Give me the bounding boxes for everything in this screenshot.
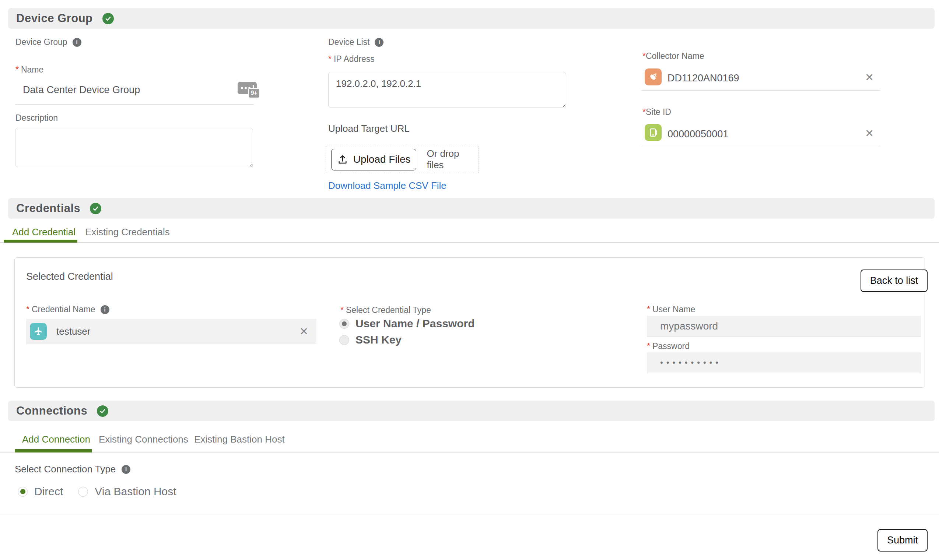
device-group-section-title: Device Group <box>16 12 93 25</box>
device-list-field-label: Device List i <box>328 37 384 47</box>
device-group-info-icon[interactable]: i <box>72 38 82 47</box>
credential-name-info-icon[interactable]: i <box>100 305 109 314</box>
required-asterisk: * <box>643 107 646 117</box>
user-name-label-text: User Name <box>652 305 695 314</box>
direct-radio-label[interactable]: Direct <box>34 485 63 498</box>
required-asterisk: * <box>647 341 650 351</box>
device-group-label-text: Device Group <box>15 37 68 47</box>
connections-section-header: Connections <box>8 401 934 421</box>
tab-add-credential[interactable]: Add Credential <box>12 226 76 238</box>
file-dropzone[interactable]: Upload Files Or drop files <box>325 146 479 173</box>
credential-name-pill: testuser ✕ <box>26 319 316 344</box>
collector-name-field-label: *Collector Name <box>643 51 704 61</box>
connections-complete-check-icon <box>97 405 108 417</box>
collector-underline <box>641 90 880 91</box>
password-input[interactable]: •••••••••• <box>647 352 921 373</box>
footer-divider <box>0 515 939 515</box>
ip-address-label-text: IP Address <box>334 54 375 64</box>
password-label-text: Password <box>652 341 689 351</box>
tab-existing-credentials[interactable]: Existing Credentials <box>85 226 170 238</box>
upload-icon <box>337 154 348 165</box>
credentials-section-header: Credentials <box>8 198 934 219</box>
or-drop-files-text: Or drop files <box>427 148 478 171</box>
required-asterisk: * <box>647 305 650 314</box>
credential-remove-icon[interactable]: ✕ <box>299 325 308 338</box>
submit-button[interactable]: Submit <box>877 529 928 552</box>
name-field-label: *Name <box>15 65 43 75</box>
device-list-label-text: Device List <box>328 37 370 47</box>
user-name-field-label: *User Name <box>647 305 695 314</box>
name-input[interactable]: Data Center Device Group <box>23 84 140 96</box>
username-password-radio[interactable] <box>339 319 349 329</box>
device-group-form-page: Device Group Device Group i *Name Data C… <box>0 0 939 560</box>
ssh-key-radio[interactable] <box>339 335 349 345</box>
tab-add-connection-active-indicator <box>15 449 92 452</box>
password-field-label: *Password <box>647 341 689 351</box>
description-field-label: Description <box>15 113 58 123</box>
direct-radio[interactable] <box>18 487 28 497</box>
device-group-field-label: Device Group i <box>15 37 82 47</box>
device-list-info-icon[interactable]: i <box>375 38 384 47</box>
collector-name-label-text: Collector Name <box>646 51 704 61</box>
upload-files-button[interactable]: Upload Files <box>331 149 416 171</box>
required-asterisk: * <box>643 51 646 61</box>
back-to-list-button[interactable]: Back to list <box>860 269 928 292</box>
connection-type-label-text: Select Connection Type <box>15 463 116 475</box>
device-group-section-header: Device Group <box>8 8 934 29</box>
credential-name-label-text: Credential Name <box>32 305 96 314</box>
via-bastion-host-radio[interactable] <box>78 487 88 497</box>
connection-type-radio-group: Direct Via Bastion Host <box>18 485 176 498</box>
connection-type-info-icon[interactable]: i <box>122 465 130 474</box>
site-id-value: 00000050001 <box>668 129 728 140</box>
selected-credential-label: Selected Credential <box>26 271 113 282</box>
upload-target-url-label: Upload Target URL <box>328 123 410 134</box>
site-icon <box>645 124 661 141</box>
credential-icon <box>30 323 47 340</box>
radio-row-username-password: User Name / Password <box>339 317 475 330</box>
user-name-input[interactable]: mypassword <box>647 316 921 337</box>
site-id-field-label: *Site ID <box>643 107 671 117</box>
credentials-complete-check-icon <box>90 203 101 214</box>
connections-section-title: Connections <box>16 404 87 417</box>
radio-row-ssh-key: SSH Key <box>339 334 401 346</box>
credential-type-label-text: Select Credential Type <box>346 305 431 315</box>
selected-credential-card: Selected Credential Back to list *Creden… <box>14 257 925 388</box>
required-asterisk: * <box>328 54 332 64</box>
credential-name-value: testuser <box>56 326 91 337</box>
credentials-section-title: Credentials <box>16 202 80 215</box>
credential-name-field-label: *Credential Name i <box>26 305 109 314</box>
credentials-tabs-divider <box>0 242 939 243</box>
connection-type-field-label: Select Connection Type i <box>15 463 130 475</box>
collector-icon <box>645 68 661 85</box>
upload-files-button-label: Upload Files <box>353 154 411 165</box>
username-password-radio-label[interactable]: User Name / Password <box>356 317 475 330</box>
site-underline <box>641 146 880 146</box>
site-remove-icon[interactable]: ✕ <box>865 127 874 140</box>
via-bastion-host-radio-label[interactable]: Via Bastion Host <box>95 485 176 498</box>
autofill-count-badge: 9+ <box>248 88 260 98</box>
upload-target-url-label-text: Upload Target URL <box>328 123 410 134</box>
site-id-label-text: Site ID <box>646 107 671 117</box>
required-asterisk: * <box>26 305 29 314</box>
download-sample-csv-link[interactable]: Download Sample CSV File <box>328 180 447 191</box>
required-asterisk: * <box>341 305 344 315</box>
required-asterisk: * <box>15 65 19 74</box>
ssh-key-radio-label[interactable]: SSH Key <box>356 334 401 346</box>
credential-type-field-label: *Select Credential Type <box>341 305 431 315</box>
description-textarea[interactable] <box>15 128 253 167</box>
description-label-text: Description <box>15 113 58 123</box>
name-input-underline <box>15 104 254 105</box>
tab-add-connection[interactable]: Add Connection <box>22 434 90 445</box>
tab-add-credential-active-indicator <box>4 240 77 243</box>
collector-name-value: DD1120AN0169 <box>668 72 739 84</box>
connections-tabs-divider <box>0 452 939 452</box>
collector-remove-icon[interactable]: ✕ <box>865 71 874 83</box>
browser-autofill-icon[interactable]: 9+ <box>237 82 261 100</box>
device-group-complete-check-icon <box>102 13 114 24</box>
tab-existing-bastion-host[interactable]: Existing Bastion Host <box>194 434 285 445</box>
ip-address-textarea[interactable]: 192.0.2.0, 192.0.2.1 <box>328 72 566 108</box>
tab-existing-connections[interactable]: Existing Connections <box>99 434 188 445</box>
name-label-text: Name <box>21 65 43 74</box>
ip-address-field-label: *IP Address <box>328 54 375 64</box>
